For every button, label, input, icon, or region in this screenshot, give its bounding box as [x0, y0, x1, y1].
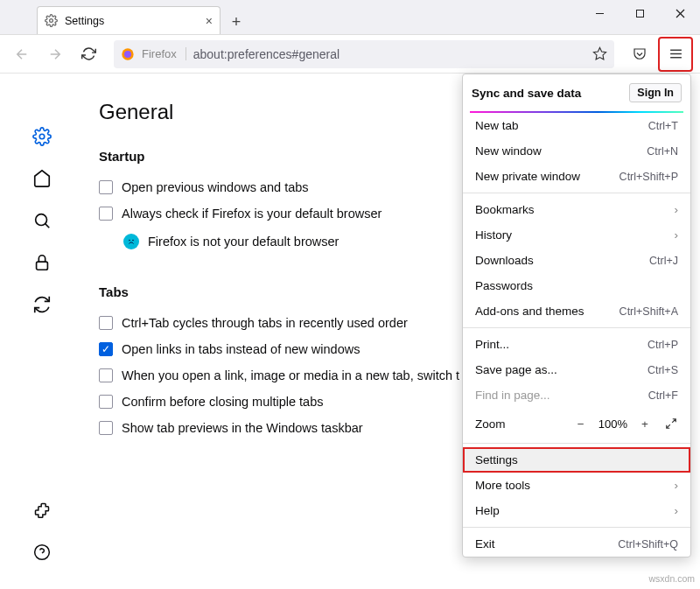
check-label: Open previous windows and tabs	[122, 180, 309, 194]
zoom-in-button[interactable]: +	[634, 413, 655, 434]
menu-label: History	[475, 228, 512, 242]
firefox-icon	[121, 47, 135, 61]
svg-point-18	[132, 240, 134, 242]
menu-separator	[463, 193, 690, 193]
checkbox-checked-icon: ✓	[99, 342, 113, 356]
maximize-button[interactable]	[620, 0, 660, 26]
menu-new-private[interactable]: New private window Ctrl+Shift+P	[463, 164, 690, 189]
menu-label: Help	[475, 504, 500, 517]
svg-point-12	[35, 214, 46, 226]
svg-rect-14	[36, 262, 47, 270]
url-bar[interactable]: Firefox about:preferences#general	[114, 40, 614, 68]
menu-separator	[463, 527, 690, 528]
shortcut: Ctrl+T	[648, 120, 678, 132]
sad-face-icon	[123, 234, 139, 249]
sidebar-search-icon[interactable]	[32, 210, 52, 231]
check-label: Ctrl+Tab cycles through tabs in recently…	[122, 316, 408, 330]
reload-button[interactable]	[74, 39, 103, 69]
sidebar-sync-icon[interactable]	[32, 294, 52, 315]
svg-marker-7	[593, 47, 606, 59]
menu-bookmarks[interactable]: Bookmarks ›	[463, 197, 690, 222]
menu-label: Downloads	[475, 254, 534, 267]
menu-passwords[interactable]: Passwords	[463, 273, 690, 298]
url-prefix: Firefox	[142, 47, 186, 60]
menu-label: Print...	[475, 338, 509, 351]
svg-point-17	[129, 240, 130, 242]
shortcut: Ctrl+Shift+A	[620, 305, 678, 318]
svg-point-11	[39, 134, 45, 139]
sidebar-help-icon[interactable]	[32, 542, 52, 563]
check-label: Open links in tabs instead of new window…	[122, 342, 360, 356]
menu-label: Bookmarks	[475, 203, 535, 216]
sync-title: Sync and save data	[472, 87, 581, 100]
menu-label: Add-ons and themes	[475, 305, 584, 318]
menu-label: Find in page...	[475, 389, 550, 402]
checkbox-icon	[99, 316, 113, 330]
sign-in-button[interactable]: Sign In	[629, 83, 682, 102]
chevron-right-icon: ›	[675, 504, 679, 517]
menu-label: New window	[475, 144, 542, 158]
sidebar-home-icon[interactable]	[32, 168, 52, 189]
menu-history[interactable]: History ›	[463, 222, 690, 248]
zoom-out-button[interactable]: −	[570, 413, 592, 434]
menu-new-window[interactable]: New window Ctrl+N	[463, 138, 690, 164]
menu-new-tab[interactable]: New tab Ctrl+T	[463, 113, 690, 138]
app-menu-button[interactable]	[661, 39, 690, 69]
menu-separator	[463, 443, 690, 444]
chevron-right-icon: ›	[675, 479, 679, 492]
minimize-button[interactable]	[579, 0, 620, 26]
check-label: Confirm before closing multiple tabs	[122, 395, 324, 409]
menu-label: New private window	[475, 170, 580, 183]
browser-tab[interactable]: Settings ×	[37, 6, 220, 34]
sidebar-extensions-icon[interactable]	[32, 500, 52, 521]
checkbox-icon	[99, 180, 113, 194]
checkbox-icon	[99, 421, 113, 435]
shortcut: Ctrl+P	[648, 339, 678, 351]
menu-settings[interactable]: Settings	[463, 447, 690, 473]
menu-addons[interactable]: Add-ons and themes Ctrl+Shift+A	[463, 298, 690, 324]
sidebar-general-icon[interactable]	[32, 126, 52, 147]
menu-label: New tab	[475, 119, 519, 132]
svg-point-6	[124, 51, 131, 58]
toolbar: Firefox about:preferences#general	[0, 35, 700, 74]
shortcut: Ctrl+Shift+P	[620, 171, 678, 183]
checkbox-icon	[99, 368, 113, 382]
svg-point-15	[34, 545, 49, 560]
svg-line-13	[45, 224, 49, 228]
menu-zoom: Zoom − 100% +	[463, 408, 690, 439]
menu-exit[interactable]: Exit Ctrl+Shift+Q	[463, 531, 690, 557]
menu-label: Save page as...	[475, 363, 557, 376]
default-browser-text: Firefox is not your default browser	[148, 235, 339, 249]
menu-print[interactable]: Print... Ctrl+P	[463, 332, 690, 357]
menu-more-tools[interactable]: More tools ›	[463, 473, 690, 498]
menu-help[interactable]: Help ›	[463, 498, 690, 523]
window-controls	[579, 0, 700, 26]
menu-downloads[interactable]: Downloads Ctrl+J	[463, 248, 690, 273]
pocket-button[interactable]	[625, 39, 654, 69]
back-button[interactable]	[7, 39, 37, 69]
app-menu-panel: Sync and save data Sign In New tab Ctrl+…	[462, 74, 691, 557]
menu-separator	[463, 327, 690, 328]
shortcut: Ctrl+J	[649, 255, 678, 267]
url-text: about:preferences#general	[193, 47, 585, 61]
forward-button[interactable]	[40, 39, 70, 69]
svg-rect-2	[636, 10, 643, 17]
tab-title: Settings	[65, 15, 104, 27]
close-window-button[interactable]	[660, 0, 700, 26]
shortcut: Ctrl+S	[648, 364, 678, 376]
menu-find[interactable]: Find in page... Ctrl+F	[463, 382, 690, 408]
shortcut: Ctrl+F	[648, 389, 678, 402]
titlebar: Settings × +	[0, 0, 700, 35]
zoom-value: 100%	[597, 417, 629, 431]
menu-save-as[interactable]: Save page as... Ctrl+S	[463, 357, 690, 382]
shortcut: Ctrl+N	[647, 145, 678, 158]
menu-label: More tools	[475, 479, 530, 492]
fullscreen-button[interactable]	[661, 413, 682, 434]
close-tab-icon[interactable]: ×	[206, 14, 213, 28]
chevron-right-icon: ›	[675, 203, 679, 216]
new-tab-button[interactable]: +	[224, 10, 248, 34]
check-label: Always check if Firefox is your default …	[122, 207, 382, 221]
sidebar-privacy-icon[interactable]	[32, 252, 52, 273]
svg-point-0	[50, 19, 53, 23]
bookmark-star-icon[interactable]	[592, 46, 607, 61]
